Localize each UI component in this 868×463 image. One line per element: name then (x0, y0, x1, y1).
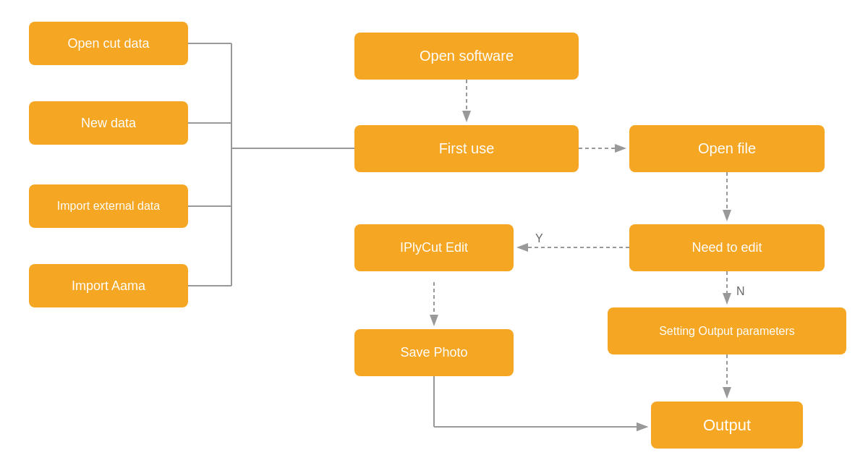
svg-text:Y: Y (535, 232, 543, 245)
save-photo-node: Save Photo (354, 329, 514, 376)
open-cut-data-node: Open cut data (29, 22, 188, 65)
import-external-data-node: Import external data (29, 184, 188, 228)
svg-text:N: N (736, 285, 745, 297)
iplycut-edit-node: IPlyCut Edit (354, 224, 514, 271)
new-data-node: New data (29, 101, 188, 145)
diagram: Y N Open cut data New data Import extern… (0, 0, 868, 463)
open-file-node: Open file (629, 125, 825, 172)
need-to-edit-node: Need to edit (629, 224, 825, 271)
open-software-node: Open software (354, 33, 579, 80)
output-node: Output (651, 402, 803, 449)
first-use-node: First use (354, 125, 579, 172)
import-aama-node: Import Aama (29, 264, 188, 307)
setting-output-node: Setting Output parameters (608, 307, 846, 354)
